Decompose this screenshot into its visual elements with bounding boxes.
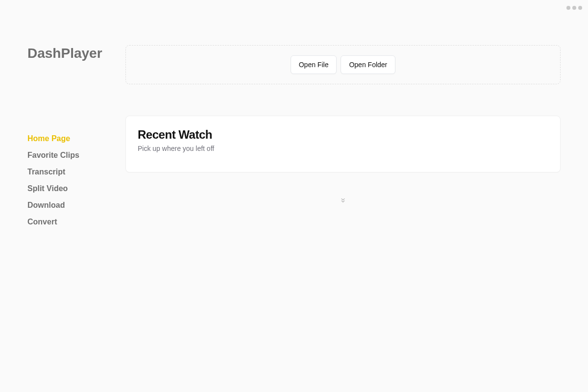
sidebar-nav: Home Page Favorite Clips Transcript Spli… [27, 134, 118, 226]
open-file-button[interactable]: Open File [291, 55, 337, 74]
recent-watch-title: Recent Watch [138, 128, 548, 142]
recent-watch-subtitle: Pick up where you left off [138, 145, 548, 152]
sidebar: DashPlayer Home Page Favorite Clips Tran… [0, 0, 125, 392]
expand-toggle[interactable] [125, 196, 561, 205]
chevrons-down-icon [340, 196, 346, 205]
sidebar-item-split-video[interactable]: Split Video [27, 184, 118, 193]
app-title: DashPlayer [27, 45, 118, 62]
main-content: Open File Open Folder Recent Watch Pick … [125, 0, 588, 392]
sidebar-item-transcript[interactable]: Transcript [27, 168, 118, 176]
window-dot[interactable] [572, 6, 576, 10]
sidebar-item-favorite-clips[interactable]: Favorite Clips [27, 151, 118, 160]
sidebar-item-download[interactable]: Download [27, 201, 118, 210]
window-dot[interactable] [566, 6, 570, 10]
window-dot[interactable] [578, 6, 582, 10]
open-folder-button[interactable]: Open Folder [341, 55, 395, 74]
sidebar-item-home-page[interactable]: Home Page [27, 134, 118, 143]
recent-watch-card: Recent Watch Pick up where you left off [125, 116, 561, 172]
file-drop-zone[interactable]: Open File Open Folder [125, 45, 561, 84]
sidebar-item-convert[interactable]: Convert [27, 218, 118, 226]
window-controls [564, 4, 584, 12]
